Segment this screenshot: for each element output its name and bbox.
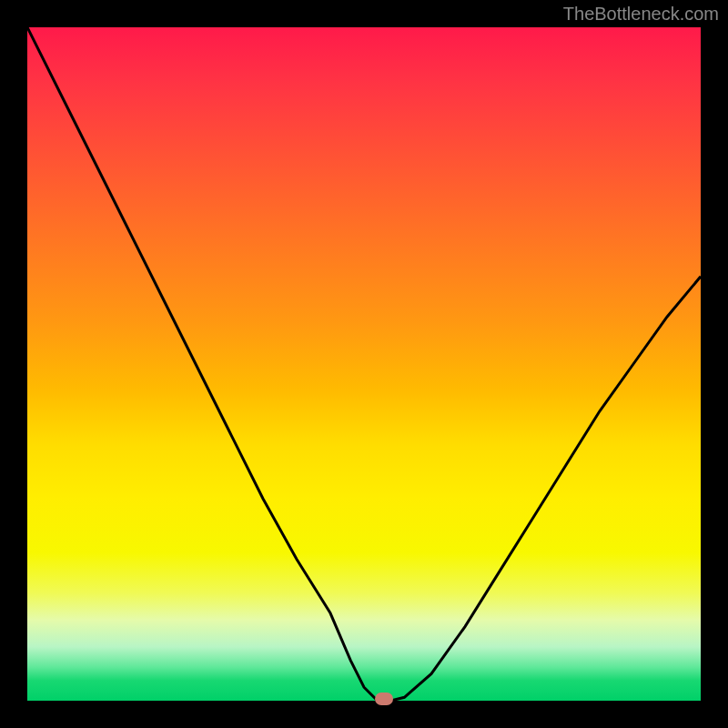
optimal-point-marker	[375, 693, 393, 705]
watermark-text: TheBottleneck.com	[563, 4, 719, 25]
bottleneck-curve	[27, 27, 701, 701]
chart-plot-area	[27, 27, 701, 701]
